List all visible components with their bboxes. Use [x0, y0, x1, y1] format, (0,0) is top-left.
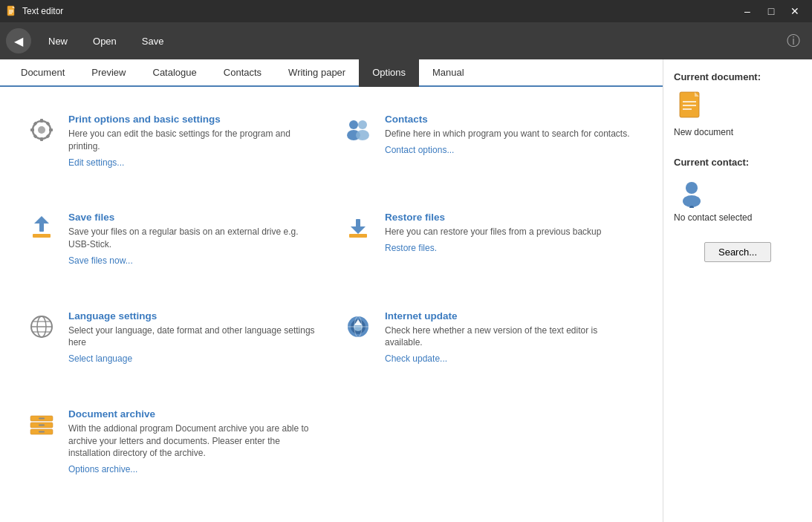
- option-save-files: Save files Save your files on a regular …: [15, 200, 331, 298]
- contacts-icon: [342, 114, 374, 146]
- language-icon: [25, 310, 58, 343]
- option-print-desc: Here you can edit the basic settings for…: [68, 128, 321, 153]
- svg-rect-9: [49, 128, 53, 131]
- option-print-options: Print options and basic settings Here yo…: [15, 102, 331, 200]
- svg-rect-40: [39, 431, 45, 432]
- current-document-section: Current document: New document: [674, 71, 802, 149]
- option-save-desc: Save your files on a regular basis on an…: [68, 226, 321, 251]
- svg-point-47: [683, 195, 701, 207]
- option-contacts-title[interactable]: Contacts: [385, 114, 637, 125]
- new-button[interactable]: New: [37, 28, 79, 53]
- app-icon: [6, 5, 18, 17]
- svg-point-5: [38, 126, 45, 134]
- option-print-title[interactable]: Print options and basic settings: [68, 114, 321, 125]
- svg-marker-23: [351, 226, 366, 234]
- option-document-archive: Document archive With the addional progr…: [15, 397, 331, 507]
- tab-document[interactable]: Document: [7, 59, 78, 87]
- select-language-link[interactable]: Select language: [68, 353, 132, 364]
- save-files-link[interactable]: Save files now...: [68, 255, 133, 266]
- restore-icon: [342, 212, 374, 244]
- main-layout: Document Preview Catalogue Contacts Writ…: [0, 59, 812, 522]
- option-language-desc: Select your language, date format and ot…: [68, 324, 321, 350]
- option-archive-desc: With the addional program Document archi…: [68, 423, 321, 460]
- info-button[interactable]: ⓘ: [781, 28, 806, 53]
- option-update-title[interactable]: Internet update: [385, 310, 637, 322]
- option-language-title[interactable]: Language settings: [68, 310, 321, 322]
- close-button[interactable]: ✕: [784, 0, 806, 22]
- svg-point-14: [349, 120, 358, 129]
- right-sidebar: Current document: New document Current c…: [663, 59, 812, 522]
- option-contacts-text: Contacts Define here in which program yo…: [385, 114, 637, 155]
- save-button[interactable]: Save: [131, 28, 175, 53]
- option-restore-desc: Here you can restore your files from a p…: [385, 226, 637, 238]
- option-archive-title[interactable]: Document archive: [68, 408, 321, 420]
- svg-point-17: [356, 130, 369, 140]
- gear-icon: [25, 114, 58, 146]
- option-update-text: Internet update Check here whether a new…: [385, 310, 637, 365]
- document-icon: [674, 88, 709, 124]
- app-title: Text editor: [22, 6, 63, 16]
- svg-rect-6: [40, 119, 43, 123]
- svg-rect-8: [30, 128, 34, 131]
- option-update-desc: Check here whether a new version of the …: [385, 324, 637, 350]
- open-button[interactable]: Open: [82, 28, 128, 53]
- content-area: Document Preview Catalogue Contacts Writ…: [0, 59, 663, 522]
- svg-point-16: [358, 120, 367, 129]
- options-grid: Print options and basic settings Here yo…: [0, 87, 663, 522]
- contact-placeholder-icon: [674, 174, 709, 209]
- tab-options[interactable]: Options: [359, 59, 419, 87]
- option-contacts: Contacts Define here in which program yo…: [331, 102, 648, 200]
- current-contact-section: Current contact: No contact selected: [674, 157, 802, 235]
- option-save-text: Save files Save your files on a regular …: [68, 212, 321, 266]
- svg-rect-18: [33, 234, 51, 238]
- maximize-button[interactable]: □: [760, 0, 782, 22]
- option-language-settings: Language settings Select your language, …: [15, 298, 331, 397]
- option-restore-files: Restore files Here you can restore your …: [331, 200, 648, 298]
- search-button[interactable]: Search...: [704, 242, 771, 262]
- option-archive-text: Document archive With the addional progr…: [68, 408, 321, 474]
- toolbar: ◀ New Open Save ⓘ: [0, 22, 812, 59]
- svg-rect-21: [349, 234, 367, 238]
- check-update-link[interactable]: Check update...: [385, 353, 447, 364]
- option-print-text: Print options and basic settings Here yo…: [68, 114, 321, 168]
- tab-contacts[interactable]: Contacts: [210, 59, 275, 87]
- option-restore-title[interactable]: Restore files: [385, 212, 637, 223]
- tab-manual[interactable]: Manual: [419, 59, 478, 87]
- svg-rect-38: [39, 417, 45, 419]
- new-document-label: New document: [674, 127, 802, 137]
- svg-marker-20: [34, 216, 49, 224]
- tab-writingpaper[interactable]: Writing paper: [275, 59, 359, 87]
- tab-catalogue[interactable]: Catalogue: [140, 59, 210, 87]
- window-controls: – □ ✕: [736, 0, 806, 22]
- options-archive-link[interactable]: Options archive...: [68, 464, 137, 474]
- archive-icon: [25, 408, 58, 441]
- restore-files-link[interactable]: Restore files.: [385, 243, 437, 253]
- contact-options-link[interactable]: Contact options...: [385, 145, 454, 155]
- no-contact-label: No contact selected: [674, 212, 802, 223]
- tab-bar: Document Preview Catalogue Contacts Writ…: [0, 59, 663, 87]
- current-contact-title: Current contact:: [674, 157, 802, 168]
- current-document-title: Current document:: [674, 71, 802, 82]
- minimize-button[interactable]: –: [736, 0, 759, 22]
- option-save-title[interactable]: Save files: [68, 212, 321, 223]
- tab-preview[interactable]: Preview: [78, 59, 139, 87]
- option-restore-text: Restore files Here you can restore your …: [385, 212, 637, 253]
- svg-point-46: [686, 182, 698, 194]
- svg-rect-7: [40, 137, 43, 141]
- option-internet-update: Internet update Check here whether a new…: [331, 298, 648, 397]
- edit-settings-link[interactable]: Edit settings...: [68, 157, 124, 168]
- option-language-text: Language settings Select your language, …: [68, 310, 321, 365]
- option-contacts-desc: Define here in which program you want to…: [385, 128, 637, 140]
- title-bar: Text editor – □ ✕: [0, 0, 812, 22]
- svg-rect-39: [39, 424, 45, 425]
- back-button[interactable]: ◀: [6, 28, 31, 53]
- update-icon: [342, 310, 374, 343]
- save-icon: [25, 212, 58, 244]
